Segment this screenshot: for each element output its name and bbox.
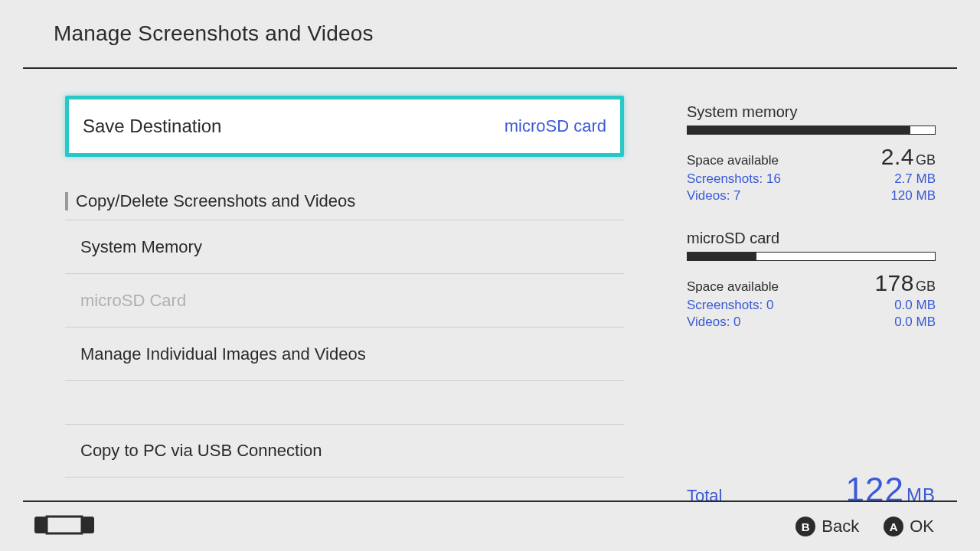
storage-microsd-videos: Videos: 0 0.0 MB xyxy=(687,315,936,330)
storage-system-bar-fill xyxy=(688,126,910,134)
controller-icon xyxy=(34,514,94,540)
storage-microsd-title: microSD card xyxy=(687,230,936,247)
available-label: Space available xyxy=(687,279,779,295)
storage-system-bar xyxy=(687,126,936,135)
storage-microsd-bar-fill xyxy=(688,253,756,260)
menu-list: System Memory microSD Card Manage Indivi… xyxy=(65,220,624,478)
section-bar-icon xyxy=(65,192,68,210)
menu-spacer xyxy=(65,381,624,424)
storage-system-title: System memory xyxy=(687,103,936,121)
b-button-icon: B xyxy=(795,517,815,536)
available-value: 178GB xyxy=(874,270,936,296)
menu-system-memory[interactable]: System Memory xyxy=(65,220,624,274)
svg-rect-2 xyxy=(47,517,82,533)
menu-column: Save Destination microSD card Copy/Delet… xyxy=(65,96,624,478)
storage-column: System memory Space available 2.4GB Scre… xyxy=(687,103,936,356)
ok-label: OK xyxy=(910,517,934,536)
save-destination-value: microSD card xyxy=(505,116,606,136)
menu-item-label: Copy to PC via USB Connection xyxy=(80,441,322,461)
back-action[interactable]: B Back xyxy=(795,517,859,536)
storage-microsd-bar xyxy=(687,252,936,261)
menu-item-label: Manage Individual Images and Videos xyxy=(80,344,366,364)
storage-system-block: System memory Space available 2.4GB Scre… xyxy=(687,103,936,204)
save-destination-row[interactable]: Save Destination microSD card xyxy=(65,96,624,157)
storage-microsd-block: microSD card Space available 178GB Scree… xyxy=(687,230,936,330)
menu-copy-to-pc[interactable]: Copy to PC via USB Connection xyxy=(65,424,624,478)
storage-system-available: Space available 2.4GB xyxy=(687,144,936,170)
a-button-icon: A xyxy=(884,517,903,536)
ok-action[interactable]: A OK xyxy=(884,517,934,536)
menu-microsd-card: microSD Card xyxy=(65,274,624,328)
back-label: Back xyxy=(822,517,859,536)
available-label: Space available xyxy=(687,153,779,168)
save-destination-label: Save Destination xyxy=(83,116,221,137)
section-heading: Copy/Delete Screenshots and Videos xyxy=(65,186,624,217)
menu-item-label: microSD Card xyxy=(80,291,186,311)
footer-actions: B Back A OK xyxy=(795,517,934,536)
section-heading-label: Copy/Delete Screenshots and Videos xyxy=(76,191,355,211)
storage-microsd-screenshots: Screenshots: 0 0.0 MB xyxy=(687,298,936,313)
available-value: 2.4GB xyxy=(881,144,936,170)
storage-system-videos: Videos: 7 120 MB xyxy=(687,188,936,204)
storage-system-screenshots: Screenshots: 16 2.7 MB xyxy=(687,171,936,187)
menu-manage-individual[interactable]: Manage Individual Images and Videos xyxy=(65,328,624,381)
footer: B Back A OK xyxy=(23,500,957,551)
content-area: Save Destination microSD card Copy/Delet… xyxy=(23,69,957,500)
storage-microsd-available: Space available 178GB xyxy=(687,270,936,296)
header: Manage Screenshots and Videos xyxy=(23,0,957,69)
menu-item-label: System Memory xyxy=(80,237,202,257)
page-title: Manage Screenshots and Videos xyxy=(54,21,374,46)
svg-rect-0 xyxy=(34,517,47,533)
svg-rect-1 xyxy=(82,517,94,533)
